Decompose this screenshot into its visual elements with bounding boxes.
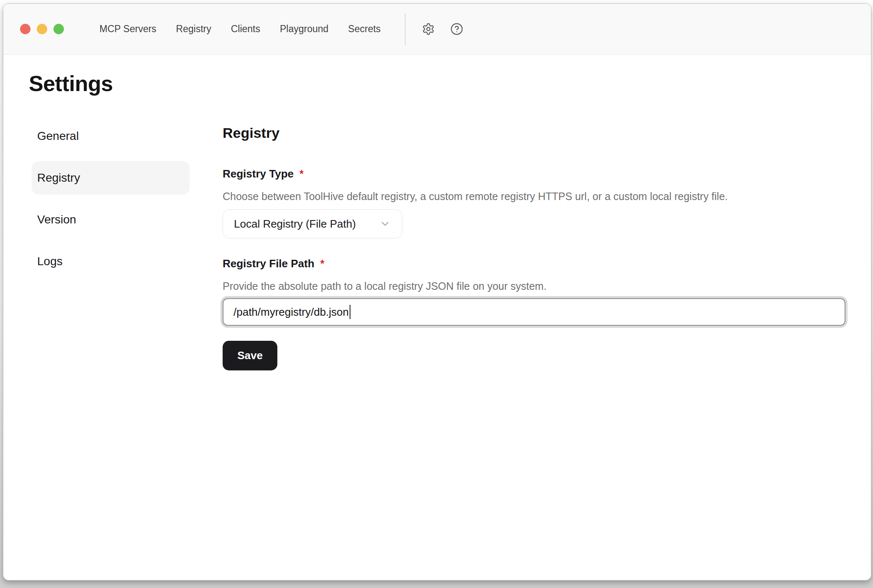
registry-file-path-value: /path/myregistry/db.json <box>233 306 349 319</box>
sidebar-item-registry[interactable]: Registry <box>32 161 190 195</box>
registry-file-path-description: Provide the absolute path to a local reg… <box>223 280 845 292</box>
required-asterisk: * <box>320 257 325 270</box>
settings-button[interactable] <box>419 20 437 38</box>
chevron-down-icon <box>371 218 391 230</box>
registry-type-label: Registry Type <box>223 167 294 180</box>
nav-item-playground[interactable]: Playground <box>280 23 328 35</box>
registry-type-selected-value: Local Registry (File Path) <box>234 218 356 231</box>
sidebar-item-label: Version <box>37 213 76 226</box>
registry-type-description: Choose between ToolHive default registry… <box>223 190 845 203</box>
titlebar: MCP Servers Registry Clients Playground … <box>3 4 871 55</box>
nav-item-secrets[interactable]: Secrets <box>348 23 381 35</box>
nav-item-clients[interactable]: Clients <box>231 23 260 35</box>
settings-page: Settings General Registry Version Logs R… <box>3 55 871 580</box>
sidebar-item-version[interactable]: Version <box>32 203 190 236</box>
close-button[interactable] <box>20 24 30 34</box>
section-title: Registry <box>223 124 845 141</box>
sidebar-item-label: General <box>37 129 79 143</box>
app-window: MCP Servers Registry Clients Playground … <box>3 3 871 580</box>
help-icon <box>450 23 463 35</box>
text-cursor <box>350 305 350 319</box>
page-title: Settings <box>29 71 848 96</box>
settings-sidebar: General Registry Version Logs <box>32 119 190 278</box>
registry-file-path-label: Registry File Path <box>223 257 315 270</box>
main-nav: MCP Servers Registry Clients Playground … <box>99 23 381 35</box>
help-button[interactable] <box>447 20 466 38</box>
traffic-lights <box>20 24 64 34</box>
sidebar-item-general[interactable]: General <box>32 119 190 153</box>
zoom-button[interactable] <box>53 24 64 34</box>
sidebar-item-logs[interactable]: Logs <box>32 245 190 278</box>
registry-file-path-input[interactable]: /path/myregistry/db.json <box>223 298 845 326</box>
registry-type-label-row: Registry Type * <box>223 167 845 180</box>
gear-icon <box>422 23 435 35</box>
titlebar-divider <box>405 13 406 45</box>
nav-item-registry[interactable]: Registry <box>176 23 211 35</box>
required-asterisk: * <box>299 167 304 180</box>
save-button[interactable]: Save <box>223 341 277 370</box>
sidebar-item-label: Registry <box>37 171 80 185</box>
registry-type-select[interactable]: Local Registry (File Path) <box>223 209 402 238</box>
registry-file-path-label-row: Registry File Path * <box>223 257 845 270</box>
sidebar-item-label: Logs <box>37 255 63 268</box>
minimize-button[interactable] <box>37 24 47 34</box>
registry-settings-panel: Registry Registry Type * Choose between … <box>223 124 845 370</box>
nav-item-mcp-servers[interactable]: MCP Servers <box>99 23 156 35</box>
